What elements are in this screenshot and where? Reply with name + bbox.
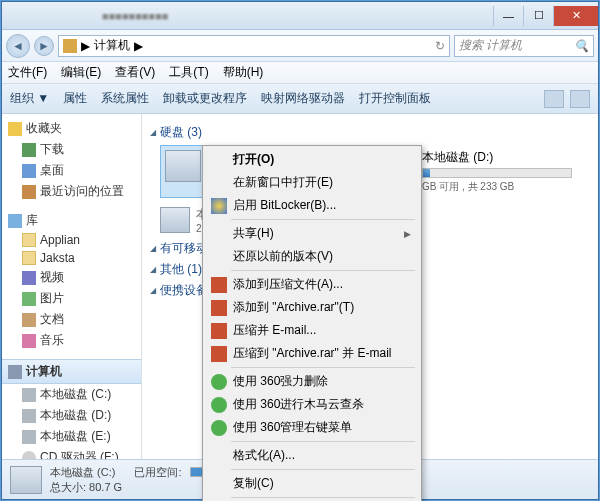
help-icon[interactable]: [570, 90, 590, 108]
cm-share[interactable]: 共享(H)▶: [205, 222, 419, 245]
tb-properties[interactable]: 属性: [63, 90, 87, 107]
sb-libraries: 库 Applian Jaksta 视频 图片 文档 音乐: [2, 210, 141, 351]
drive-icon: [165, 150, 201, 182]
sb-downloads[interactable]: 下载: [2, 139, 141, 160]
sb-drive-d[interactable]: 本地磁盘 (D:): [2, 405, 141, 426]
drive-name: 本地磁盘 (D:): [422, 149, 572, 166]
menu-view[interactable]: 查看(V): [115, 64, 155, 81]
sb-cd-drive[interactable]: CD 驱动器 (F:): [2, 447, 141, 459]
sb-favorites-head[interactable]: 收藏夹: [2, 118, 141, 139]
music-icon: [22, 334, 36, 348]
cm-separator: [231, 441, 415, 442]
toolbar-right: [544, 90, 590, 108]
cm-separator: [231, 469, 415, 470]
drive-info: 本地磁盘 (D:) GB 可用 , 共 233 GB: [422, 149, 572, 194]
tb-uninstall[interactable]: 卸载或更改程序: [163, 90, 247, 107]
sb-favorites: 收藏夹 下载 桌面 最近访问的位置: [2, 118, 141, 202]
breadcrumb[interactable]: ▶ 计算机 ▶ ↻: [58, 35, 450, 57]
picture-icon: [22, 292, 36, 306]
cm-add-rar[interactable]: 添加到 "Archive.rar"(T): [205, 296, 419, 319]
cm-separator: [231, 219, 415, 220]
refresh-icon[interactable]: ↻: [435, 39, 445, 53]
cm-copy[interactable]: 复制(C): [205, 472, 419, 495]
search-placeholder: 搜索 计算机: [459, 37, 522, 54]
tb-control-panel[interactable]: 打开控制面板: [359, 90, 431, 107]
usage-fill: [423, 169, 430, 177]
sb-pictures[interactable]: 图片: [2, 288, 141, 309]
forward-button[interactable]: ►: [34, 36, 54, 56]
cm-compress-rar-email[interactable]: 压缩到 "Archive.rar" 并 E-mail: [205, 342, 419, 365]
menu-tools[interactable]: 工具(T): [169, 64, 208, 81]
tb-map-drive[interactable]: 映射网络驱动器: [261, 90, 345, 107]
sb-computer-head[interactable]: 计算机: [2, 359, 141, 384]
sb-libraries-head[interactable]: 库: [2, 210, 141, 231]
cm-add-archive[interactable]: 添加到压缩文件(A)...: [205, 273, 419, 296]
sb-drive-e[interactable]: 本地磁盘 (E:): [2, 426, 141, 447]
library-icon: [8, 214, 22, 228]
computer-icon: [8, 365, 22, 379]
nav-bar: ◄ ► ▶ 计算机 ▶ ↻ 搜索 计算机 🔍: [2, 30, 598, 62]
sb-applian[interactable]: Applian: [2, 231, 141, 249]
sb-recent[interactable]: 最近访问的位置: [2, 181, 141, 202]
sb-jaksta[interactable]: Jaksta: [2, 249, 141, 267]
cm-new-window[interactable]: 在新窗口中打开(E): [205, 171, 419, 194]
status-used-label: 已用空间:: [134, 465, 181, 480]
menu-file[interactable]: 文件(F): [8, 64, 47, 81]
video-icon: [22, 271, 36, 285]
close-button[interactable]: ✕: [553, 6, 598, 26]
drive-sub: GB 可用 , 共 233 GB: [422, 180, 572, 194]
sb-videos[interactable]: 视频: [2, 267, 141, 288]
cm-open[interactable]: 打开(O): [205, 148, 419, 171]
360-icon: [211, 374, 227, 390]
window-controls: — ☐ ✕: [493, 6, 598, 26]
maximize-button[interactable]: ☐: [523, 6, 553, 26]
nav-sidebar: 收藏夹 下载 桌面 最近访问的位置 库 Applian Jaksta 视频 图片…: [2, 114, 142, 459]
360-icon: [211, 420, 227, 436]
cd-icon: [22, 451, 36, 460]
cm-separator: [231, 367, 415, 368]
window-title: ■■■■■■■■■■: [2, 10, 493, 22]
cm-360-force-delete[interactable]: 使用 360强力删除: [205, 370, 419, 393]
search-input[interactable]: 搜索 计算机 🔍: [454, 35, 594, 57]
rar-icon: [211, 277, 227, 293]
minimize-button[interactable]: —: [493, 6, 523, 26]
360-icon: [211, 397, 227, 413]
explorer-window: ■■■■■■■■■■ — ☐ ✕ ◄ ► ▶ 计算机 ▶ ↻ 搜索 计算机 🔍 …: [1, 1, 599, 500]
cm-separator: [231, 497, 415, 498]
desktop-icon: [22, 164, 36, 178]
sb-drive-c[interactable]: 本地磁盘 (C:): [2, 384, 141, 405]
cm-360-trojan-scan[interactable]: 使用 360进行木马云查杀: [205, 393, 419, 416]
titlebar: ■■■■■■■■■■ — ☐ ✕: [2, 2, 598, 30]
cm-separator: [231, 270, 415, 271]
drive-icon: [160, 207, 190, 233]
group-harddisk[interactable]: 硬盘 (3): [150, 124, 590, 141]
cm-bitlocker[interactable]: 启用 BitLocker(B)...: [205, 194, 419, 217]
sb-documents[interactable]: 文档: [2, 309, 141, 330]
star-icon: [8, 122, 22, 136]
crumb-label[interactable]: 计算机: [94, 37, 130, 54]
cm-360-manage-menu[interactable]: 使用 360管理右键菜单: [205, 416, 419, 439]
sb-music[interactable]: 音乐: [2, 330, 141, 351]
menu-edit[interactable]: 编辑(E): [61, 64, 101, 81]
folder-icon: [22, 233, 36, 247]
sb-desktop[interactable]: 桌面: [2, 160, 141, 181]
rar-icon: [211, 300, 227, 316]
rar-icon: [211, 323, 227, 339]
cm-compress-email[interactable]: 压缩并 E-mail...: [205, 319, 419, 342]
status-total: 总大小: 80.7 G: [50, 480, 122, 495]
recent-icon: [22, 185, 36, 199]
submenu-arrow-icon: ▶: [404, 229, 411, 239]
document-icon: [22, 313, 36, 327]
crumb-sep: ▶: [81, 39, 90, 53]
download-icon: [22, 143, 36, 157]
computer-icon: [63, 39, 77, 53]
tb-system-properties[interactable]: 系统属性: [101, 90, 149, 107]
cm-restore[interactable]: 还原以前的版本(V): [205, 245, 419, 268]
menu-help[interactable]: 帮助(H): [223, 64, 264, 81]
shield-icon: [211, 198, 227, 214]
cm-format[interactable]: 格式化(A)...: [205, 444, 419, 467]
tb-organize[interactable]: 组织 ▼: [10, 90, 49, 107]
back-button[interactable]: ◄: [6, 34, 30, 58]
view-icon[interactable]: [544, 90, 564, 108]
search-icon: 🔍: [574, 39, 589, 53]
